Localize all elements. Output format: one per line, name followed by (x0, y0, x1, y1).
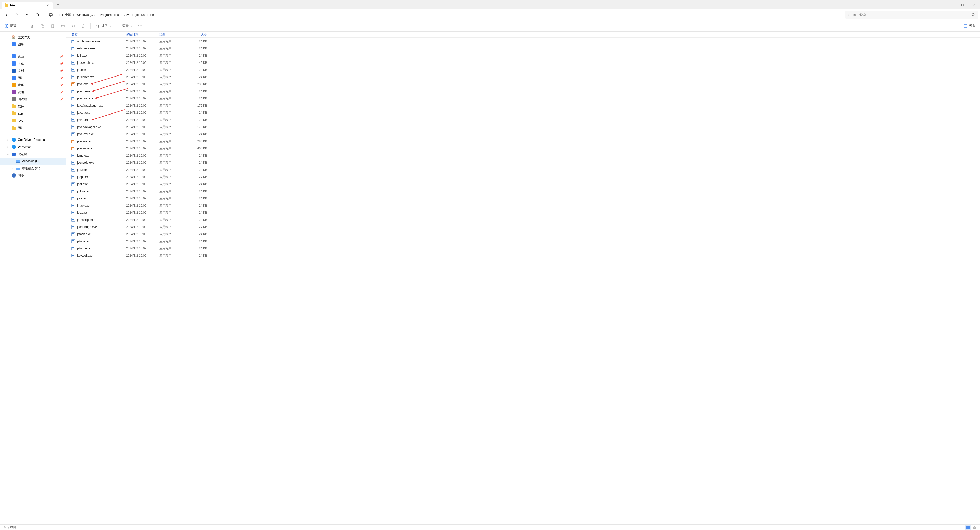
location-monitor-icon[interactable] (46, 10, 56, 19)
rename-button[interactable] (59, 22, 67, 30)
cut-button[interactable] (28, 22, 36, 30)
file-row[interactable]: jdeps.exe2024/1/2 10:09应用程序24 KB (66, 173, 980, 181)
file-row[interactable]: jar.exe2024/1/2 10:09应用程序24 KB (66, 66, 980, 73)
expand-toggle-icon[interactable]: › (6, 138, 10, 141)
file-row[interactable]: javah.exe2024/1/2 10:09应用程序24 KB (66, 109, 980, 116)
file-row[interactable]: jstack.exe2024/1/2 10:09应用程序24 KB (66, 230, 980, 238)
breadcrumb[interactable]: ›此电脑›Windows (C:)›Program Files›Java›jdk… (56, 11, 841, 19)
refresh-button[interactable] (33, 10, 42, 19)
expand-toggle-icon[interactable]: › (6, 174, 10, 177)
chevron-right-icon[interactable]: › (121, 13, 123, 17)
file-row[interactable]: jsadebugd.exe2024/1/2 10:09应用程序24 KB (66, 224, 980, 230)
file-row[interactable]: jmap.exe2024/1/2 10:09应用程序24 KB (66, 202, 980, 209)
thumbnails-view-button[interactable] (972, 525, 977, 530)
file-row[interactable]: jhat.exe2024/1/2 10:09应用程序24 KB (66, 181, 980, 188)
file-row[interactable]: keytool.exe2024/1/2 10:09应用程序24 KB (66, 252, 980, 259)
nav-item[interactable]: ⌄此电脑 (0, 151, 65, 158)
breadcrumb-segment[interactable]: 此电脑 (60, 11, 73, 19)
file-row[interactable]: jjs.exe2024/1/2 10:09应用程序24 KB (66, 195, 980, 202)
file-row[interactable]: javac.exe2024/1/2 10:09应用程序24 KB (66, 88, 980, 95)
sort-button[interactable]: 排序 ▾ (94, 22, 113, 30)
column-type[interactable]: 类型▴ (158, 32, 186, 37)
file-row[interactable]: java.exe2024/1/2 10:09应用程序286 KB (66, 81, 980, 88)
up-button[interactable] (22, 10, 32, 19)
copy-button[interactable] (38, 22, 46, 30)
file-row[interactable]: jarsigner.exe2024/1/2 10:09应用程序24 KB (66, 73, 980, 81)
nav-item[interactable]: ›Windows (C:) (0, 158, 65, 165)
navigation-pane[interactable]: 🏠主文件夹图库桌面📌下载📌文档📌图片📌音乐📌视频📌回收站📌软件appjava图片… (0, 32, 66, 524)
file-row[interactable]: jstatd.exe2024/1/2 10:09应用程序24 KB (66, 245, 980, 252)
delete-button[interactable] (79, 22, 87, 30)
nav-item[interactable]: 软件 (0, 103, 65, 110)
breadcrumb-segment[interactable]: Program Files (98, 11, 121, 19)
nav-item[interactable]: ›本地磁盘 (D:) (0, 165, 65, 172)
expand-toggle-icon[interactable]: › (10, 167, 14, 170)
back-button[interactable] (2, 10, 11, 19)
file-row[interactable]: jrunscript.exe2024/1/2 10:09应用程序24 KB (66, 216, 980, 224)
file-row[interactable]: javapackager.exe2024/1/2 10:09应用程序175 KB (66, 124, 980, 130)
file-row[interactable]: jabswitch.exe2024/1/2 10:09应用程序45 KB (66, 59, 980, 66)
search-icon[interactable] (971, 13, 975, 17)
details-view-button[interactable] (965, 525, 971, 530)
share-button[interactable] (69, 22, 77, 30)
file-row[interactable]: jcmd.exe2024/1/2 10:09应用程序24 KB (66, 152, 980, 159)
nav-item[interactable]: 图片📌 (0, 74, 65, 81)
column-name[interactable]: 名称 (70, 32, 124, 37)
view-button[interactable]: 查看 ▾ (115, 22, 134, 30)
chevron-right-icon[interactable]: › (96, 13, 98, 17)
nav-item[interactable]: 回收站📌 (0, 96, 65, 103)
nav-item[interactable]: 🏠主文件夹 (0, 34, 65, 41)
breadcrumb-segment[interactable]: Windows (C:) (75, 11, 96, 19)
breadcrumb-segment[interactable]: jdk-1.8 (134, 11, 146, 19)
forward-button[interactable] (12, 10, 21, 19)
file-row[interactable]: jinfo.exe2024/1/2 10:09应用程序24 KB (66, 188, 980, 195)
breadcrumb-segment[interactable]: Java (123, 11, 132, 19)
column-date[interactable]: 修改日期 (124, 32, 158, 37)
nav-item[interactable]: app (0, 110, 65, 117)
file-row[interactable]: jdb.exe2024/1/2 10:09应用程序24 KB (66, 166, 980, 173)
file-row[interactable]: appletviewer.exe2024/1/2 10:09应用程序24 KB (66, 38, 980, 45)
preview-button[interactable]: 预览 (962, 22, 977, 30)
nav-item[interactable]: ›网络 (0, 172, 65, 179)
new-button[interactable]: 新建 ▾ (3, 22, 22, 30)
file-row[interactable]: javap.exe2024/1/2 10:09应用程序24 KB (66, 116, 980, 124)
paste-button[interactable] (48, 22, 57, 30)
column-size[interactable]: 大小 (186, 32, 209, 37)
file-row[interactable]: idlj.exe2024/1/2 10:09应用程序24 KB (66, 52, 980, 59)
nav-item[interactable]: 文档📌 (0, 67, 65, 74)
chevron-right-icon[interactable]: › (73, 13, 75, 17)
file-row[interactable]: jstat.exe2024/1/2 10:09应用程序24 KB (66, 238, 980, 245)
file-list[interactable]: 名称 修改日期 类型▴ 大小 appletviewer.exe2024/1/2 … (66, 32, 980, 524)
search-box[interactable] (845, 11, 978, 19)
chevron-right-icon[interactable]: › (132, 13, 134, 17)
breadcrumb-segment[interactable]: bin (148, 11, 156, 19)
expand-toggle-icon[interactable]: ⌄ (6, 153, 10, 156)
nav-item[interactable]: 图库 (0, 41, 65, 48)
more-button[interactable]: ••• (136, 22, 145, 30)
nav-item[interactable]: ›OneDrive - Personal (0, 136, 65, 143)
maximize-button[interactable]: ▢ (956, 0, 968, 9)
nav-item[interactable]: 音乐📌 (0, 81, 65, 89)
file-row[interactable]: extcheck.exe2024/1/2 10:09应用程序24 KB (66, 45, 980, 52)
nav-item[interactable]: java (0, 117, 65, 124)
nav-item[interactable]: 下载📌 (0, 60, 65, 67)
close-window-button[interactable]: ✕ (968, 0, 980, 9)
tab-bin[interactable]: bin ✕ (2, 2, 52, 9)
search-input[interactable] (848, 13, 969, 17)
expand-toggle-icon[interactable]: › (10, 160, 14, 163)
file-row[interactable]: jconsole.exe2024/1/2 10:09应用程序24 KB (66, 159, 980, 166)
file-row[interactable]: jps.exe2024/1/2 10:09应用程序24 KB (66, 209, 980, 216)
new-tab-button[interactable]: ＋ (55, 1, 62, 8)
file-row[interactable]: javafxpackager.exe2024/1/2 10:09应用程序175 … (66, 102, 980, 109)
chevron-right-icon[interactable]: › (146, 13, 148, 17)
file-row[interactable]: javaws.exe2024/1/2 10:09应用程序466 KB (66, 145, 980, 152)
expand-toggle-icon[interactable]: › (6, 146, 10, 148)
minimize-button[interactable]: ─ (945, 0, 956, 9)
close-tab-icon[interactable]: ✕ (46, 3, 49, 7)
nav-item[interactable]: 图片 (0, 124, 65, 131)
file-row[interactable]: javaw.exe2024/1/2 10:09应用程序286 KB (66, 138, 980, 145)
file-row[interactable]: java-rmi.exe2024/1/2 10:09应用程序24 KB (66, 130, 980, 138)
nav-item[interactable]: 桌面📌 (0, 53, 65, 60)
chevron-right-icon[interactable]: › (59, 13, 60, 17)
file-row[interactable]: javadoc.exe2024/1/2 10:09应用程序24 KB (66, 95, 980, 102)
